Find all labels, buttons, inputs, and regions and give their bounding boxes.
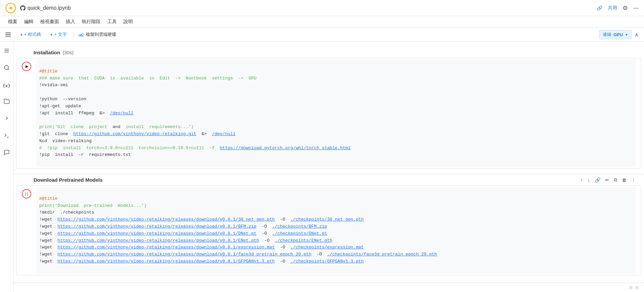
code-decorator: #@title <box>39 69 58 74</box>
download-cell: [ ] #@title print('Download pre-trained … <box>16 185 641 275</box>
code-wget-7: !wget https://github.com/vinthony/video-… <box>39 259 364 264</box>
checkpoint-link-6[interactable]: ./checkpoints/face3d_pretrain_epoch_20.p… <box>327 252 437 257</box>
menu-help[interactable]: 說明 <box>121 17 136 26</box>
code-wget-5: !wget https://github.com/vinthony/video-… <box>39 245 364 250</box>
checkpoint-link-2[interactable]: ./checkpoints/BFM.zip <box>272 224 327 229</box>
add-text-button[interactable]: + + 文字 <box>48 30 69 39</box>
code-wget-1: !wget https://github.com/vinthony/video-… <box>39 217 364 222</box>
link-button[interactable]: 🔗 <box>597 5 602 11</box>
devnull-link-1[interactable]: /dev/null <box>110 111 133 116</box>
code-wget-6: !wget https://github.com/vinthony/video-… <box>39 252 437 257</box>
menu-runtime[interactable]: 執行階段 <box>79 17 103 26</box>
code-wget-2: !wget https://github.com/vinthony/video-… <box>39 224 327 229</box>
checkpoint-link-7[interactable]: ./checkpoints/GFPGANv1.3.pth <box>290 259 364 264</box>
devnull-link-2[interactable]: /dev/null <box>212 131 235 136</box>
share-button[interactable]: 共用 <box>608 5 617 11</box>
sidebar-item-chat[interactable] <box>2 148 12 159</box>
collapse-all-button[interactable]: ∧ <box>635 32 639 38</box>
menu-dots[interactable]: — <box>633 5 639 11</box>
colab-logo-icon <box>5 3 16 13</box>
empty-bracket: [ ] <box>25 192 28 196</box>
sidebar-toggle[interactable] <box>5 33 11 37</box>
code-decorator-download: #@title <box>39 196 58 201</box>
add-code-button[interactable]: + + 程式碼 <box>17 30 44 39</box>
top-bar: quick_demo.ipynb 🔗 共用 ⚙ — <box>0 0 644 16</box>
top-bar-right: 🔗 共用 ⚙ — <box>597 4 639 12</box>
svg-point-4 <box>4 65 8 69</box>
plus-code-icon: + <box>20 32 23 37</box>
code-apt-ffmpeg: !apt install ffmpeg &> /dev/null <box>39 111 133 116</box>
section-more-button[interactable]: ⋮ <box>630 176 637 183</box>
run-download-cell-button[interactable]: [ ] <box>22 189 31 198</box>
cell-code-installation[interactable]: #@title ### make sure that CUDA is avail… <box>37 60 636 167</box>
top-bar-left: quick_demo.ipynb <box>5 3 71 13</box>
sidebar-item-files[interactable] <box>2 96 12 108</box>
connect-button[interactable]: 連線 GPU ▼ <box>599 30 632 39</box>
menu-file[interactable]: 檔案 <box>5 17 20 26</box>
run-cell-button[interactable]: ▶ <box>22 62 31 71</box>
wget-link-6[interactable]: https://github.com/vinthony/video-retalk… <box>58 252 312 257</box>
menu-tools[interactable]: 工具 <box>105 17 119 26</box>
code-wget-4: !wget https://github.com/vinthony/video-… <box>39 238 332 243</box>
wget-link-3[interactable]: https://github.com/vinthony/video-retalk… <box>58 231 257 236</box>
sidebar-item-toc[interactable] <box>2 46 12 57</box>
download-section-toolbar: ↑ ↓ 🔗 ✏ ⧉ 🗑 ⋮ <box>579 176 637 183</box>
section-delete-button[interactable]: 🗑 <box>621 176 628 183</box>
checkpoint-link-3[interactable]: ./checkpoints/DNet.pt <box>272 231 327 236</box>
installation-section: Installation (30s) ▶ #@title ### make su… <box>13 42 644 174</box>
git-clone-link[interactable]: https://github.com/vinthony/video-retalk… <box>73 131 196 136</box>
left-sidebar: {x} <box>0 42 13 292</box>
drive-button[interactable]: 複製到雲端硬碟 <box>78 32 116 38</box>
code-print-git: print('Git clone project and install req… <box>39 124 194 129</box>
svg-line-5 <box>8 69 9 70</box>
toolbar: + + 程式碼 + + 文字 | 複製到雲端硬碟 連線 GPU ▼ ∧ <box>0 28 644 42</box>
code-python-version: !python --version <box>39 97 86 102</box>
sidebar-item-expand[interactable] <box>2 113 12 125</box>
code-mkdir: !mkdir ./checkpoints <box>39 210 94 215</box>
checkpoint-link-1[interactable]: ./checkpoints/30_net_gen.pth <box>290 217 364 222</box>
code-comment-cuda: ### make sure that CUDA is available in … <box>39 76 257 81</box>
menu-edit[interactable]: 編輯 <box>21 17 36 26</box>
checkpoint-link-5[interactable]: ./checkpoints/expression.mat <box>290 245 364 250</box>
toolbar-separator: | <box>73 32 75 37</box>
installation-header: Installation (30s) <box>13 47 644 58</box>
drive-icon <box>78 32 84 37</box>
menu-view[interactable]: 檢視畫面 <box>38 17 62 26</box>
wget-link-2[interactable]: https://github.com/vinthony/video-retalk… <box>58 224 257 229</box>
section-edit-button[interactable]: ✏ <box>604 176 610 183</box>
wget-link-1[interactable]: https://github.com/vinthony/video-retalk… <box>58 217 275 222</box>
code-comment-pip: # !pip install torch==1.9.0+cu111 torchv… <box>39 145 351 151</box>
checkpoint-link-4[interactable]: ./checkpoints/ENet.pth <box>275 238 332 243</box>
pytorch-link[interactable]: https://download.pytorch.org/whl/torch_s… <box>220 145 351 151</box>
plus-text-icon: + <box>50 32 53 37</box>
menu-insert[interactable]: 插入 <box>63 17 78 26</box>
code-wget-3: !wget https://github.com/vinthony/video-… <box>39 231 327 236</box>
installation-title: Installation <box>34 50 60 55</box>
section-link-button[interactable]: 🔗 <box>593 176 602 183</box>
menu-bar: 檔案 編輯 檢視畫面 插入 執行階段 工具 說明 <box>0 16 644 28</box>
wget-link-5[interactable]: https://github.com/vinthony/video-retalk… <box>58 245 275 250</box>
section-move-up-button[interactable]: ↑ <box>579 176 584 183</box>
connect-dropdown-icon[interactable]: ▼ <box>625 33 628 37</box>
installation-time: (30s) <box>63 50 73 55</box>
play-icon: ▶ <box>25 64 29 69</box>
sidebar-item-variables[interactable]: {x} <box>1 80 12 91</box>
section-move-down-button[interactable]: ↓ <box>586 176 591 183</box>
installation-cell: ▶ #@title ### make sure that CUDA is ava… <box>16 58 641 169</box>
wget-link-7[interactable]: https://github.com/vinthony/video-retalk… <box>58 259 275 264</box>
code-pip-install: !pip install -r requirements.txt <box>39 152 131 157</box>
github-icon <box>20 5 25 11</box>
wget-link-4[interactable]: https://github.com/vinthony/video-retalk… <box>58 238 259 243</box>
cell-code-download[interactable]: #@title print('Download pre-trained mode… <box>37 187 636 274</box>
sidebar-item-terminal[interactable] <box>2 130 12 142</box>
notebook-title: quick_demo.ipynb <box>20 5 71 11</box>
code-print-download: print('Download pre-trained models...') <box>39 203 147 208</box>
status-circle-2 <box>635 286 639 289</box>
section-copy-button[interactable]: ⧉ <box>612 176 619 183</box>
sidebar-item-search[interactable] <box>2 63 12 74</box>
settings-button[interactable]: ⚙ <box>623 4 628 12</box>
download-section: Download Pretrained Models ↑ ↓ 🔗 ✏ ⧉ 🗑 ⋮… <box>13 174 644 275</box>
code-git-clone: !git clone https://github.com/vinthony/v… <box>39 131 235 136</box>
toolbar-right: 連線 GPU ▼ ∧ <box>599 30 639 39</box>
download-title: Download Pretrained Models <box>34 177 103 183</box>
